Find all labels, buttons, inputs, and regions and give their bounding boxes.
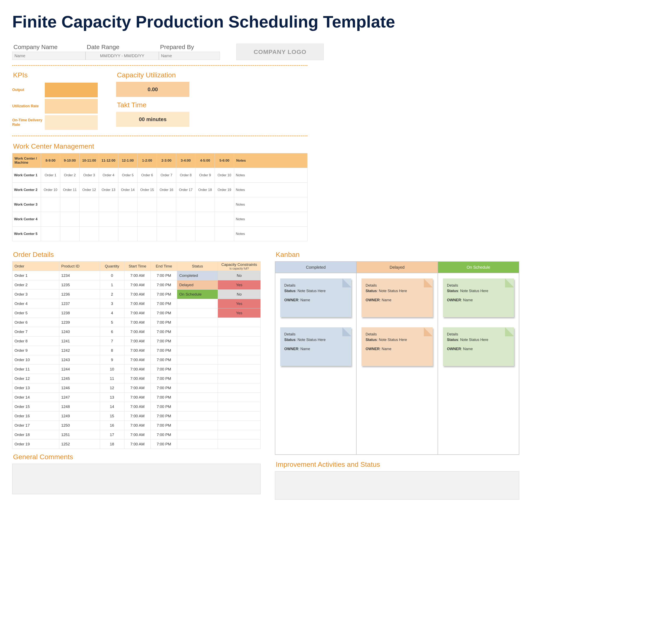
cell-end[interactable]: 7:00 PM — [151, 336, 177, 346]
cell-capacity[interactable] — [218, 402, 261, 411]
cell-order[interactable]: Order 1 — [12, 271, 59, 280]
cell-qty[interactable]: 8 — [100, 346, 124, 355]
cell-product[interactable]: 1246 — [59, 383, 100, 393]
cell-status[interactable] — [177, 308, 218, 318]
cell-capacity[interactable] — [218, 355, 261, 365]
cell-capacity[interactable] — [218, 430, 261, 439]
cell-status[interactable] — [177, 383, 218, 393]
cell-start[interactable]: 7:00 AM — [124, 383, 151, 393]
cell-status[interactable] — [177, 393, 218, 402]
wc-cell[interactable] — [79, 197, 99, 212]
cell-status[interactable] — [177, 421, 218, 430]
kanban-card[interactable]: DetailsStatus: Note Status HereOWNER: Na… — [362, 327, 433, 366]
wc-cell[interactable] — [118, 226, 137, 241]
date-range-input[interactable]: MM/DD/YY - MM/DD/YY — [86, 52, 159, 60]
wc-cell[interactable] — [215, 212, 234, 226]
cell-capacity[interactable] — [218, 439, 261, 449]
cell-end[interactable]: 7:00 PM — [151, 299, 177, 308]
cell-qty[interactable]: 6 — [100, 327, 124, 336]
cell-product[interactable]: 1236 — [59, 290, 100, 299]
cell-start[interactable]: 7:00 AM — [124, 421, 151, 430]
wc-cell[interactable]: Order 17 — [176, 183, 195, 197]
cell-product[interactable]: 1252 — [59, 439, 100, 449]
wc-cell[interactable] — [60, 212, 79, 226]
cell-status[interactable] — [177, 402, 218, 411]
cell-start[interactable]: 7:00 AM — [124, 280, 151, 290]
cell-status[interactable] — [177, 439, 218, 449]
wc-cell[interactable]: Order 5 — [118, 168, 137, 183]
wc-cell[interactable] — [137, 226, 157, 241]
cell-product[interactable]: 1239 — [59, 318, 100, 327]
cell-end[interactable]: 7:00 PM — [151, 346, 177, 355]
wc-cell[interactable] — [79, 226, 99, 241]
cell-product[interactable]: 1244 — [59, 365, 100, 374]
cell-order[interactable]: Order 6 — [12, 318, 59, 327]
cell-end[interactable]: 7:00 PM — [151, 355, 177, 365]
cell-status[interactable]: On Schedule — [177, 290, 218, 299]
cell-qty[interactable]: 9 — [100, 355, 124, 365]
wc-cell[interactable]: Order 7 — [157, 168, 176, 183]
wc-cell[interactable] — [157, 197, 176, 212]
kanban-card[interactable]: DetailsStatus: Note Status HereOWNER: Na… — [443, 327, 514, 366]
cell-status[interactable] — [177, 355, 218, 365]
wc-cell[interactable] — [41, 197, 60, 212]
wc-cell[interactable]: Order 10 — [41, 183, 60, 197]
cell-product[interactable]: 1235 — [59, 280, 100, 290]
cell-end[interactable]: 7:00 PM — [151, 327, 177, 336]
cell-start[interactable]: 7:00 AM — [124, 308, 151, 318]
cell-status[interactable] — [177, 430, 218, 439]
wc-cell[interactable]: Order 12 — [79, 183, 99, 197]
cell-qty[interactable]: 13 — [100, 393, 124, 402]
cell-qty[interactable]: 18 — [100, 439, 124, 449]
cell-status[interactable] — [177, 318, 218, 327]
cell-product[interactable]: 1237 — [59, 299, 100, 308]
cell-product[interactable]: 1251 — [59, 430, 100, 439]
cell-capacity[interactable] — [218, 327, 261, 336]
wc-notes-cell[interactable]: Notes — [234, 212, 307, 226]
cell-qty[interactable]: 2 — [100, 290, 124, 299]
wc-notes-cell[interactable]: Notes — [234, 226, 307, 241]
cell-product[interactable]: 1242 — [59, 346, 100, 355]
wc-cell[interactable]: Order 10 — [215, 168, 234, 183]
wc-cell[interactable]: Order 16 — [157, 183, 176, 197]
cell-end[interactable]: 7:00 PM — [151, 430, 177, 439]
cell-start[interactable]: 7:00 AM — [124, 271, 151, 280]
wc-cell[interactable] — [137, 197, 157, 212]
cell-product[interactable]: 1248 — [59, 402, 100, 411]
cell-start[interactable]: 7:00 AM — [124, 439, 151, 449]
wc-cell[interactable] — [99, 212, 118, 226]
kanban-card[interactable]: DetailsStatus: Note Status HereOWNER: Na… — [443, 279, 514, 317]
cell-capacity[interactable] — [218, 411, 261, 421]
cell-qty[interactable]: 1 — [100, 280, 124, 290]
cell-end[interactable]: 7:00 PM — [151, 411, 177, 421]
wc-notes-cell[interactable]: Notes — [234, 183, 307, 197]
wc-cell[interactable]: Order 15 — [137, 183, 157, 197]
cell-qty[interactable]: 0 — [100, 271, 124, 280]
wc-cell[interactable] — [176, 212, 195, 226]
cell-product[interactable]: 1241 — [59, 336, 100, 346]
cell-qty[interactable]: 3 — [100, 299, 124, 308]
improvement-box[interactable] — [275, 471, 519, 500]
cell-qty[interactable]: 14 — [100, 402, 124, 411]
wc-cell[interactable] — [99, 226, 118, 241]
cell-product[interactable]: 1245 — [59, 374, 100, 383]
wc-cell[interactable] — [215, 197, 234, 212]
wc-cell[interactable]: Order 13 — [99, 183, 118, 197]
cell-order[interactable]: Order 14 — [12, 393, 59, 402]
cell-product[interactable]: 1238 — [59, 308, 100, 318]
cell-end[interactable]: 7:00 PM — [151, 374, 177, 383]
cell-status[interactable] — [177, 346, 218, 355]
general-comments-box[interactable] — [12, 464, 261, 494]
cell-qty[interactable]: 11 — [100, 374, 124, 383]
cell-order[interactable]: Order 10 — [12, 355, 59, 365]
cell-order[interactable]: Order 7 — [12, 327, 59, 336]
cell-start[interactable]: 7:00 AM — [124, 336, 151, 346]
cell-qty[interactable]: 4 — [100, 308, 124, 318]
cell-order[interactable]: Order 4 — [12, 299, 59, 308]
cell-capacity[interactable] — [218, 365, 261, 374]
wc-cell[interactable]: Order 14 — [118, 183, 137, 197]
cell-order[interactable]: Order 9 — [12, 346, 59, 355]
cell-start[interactable]: 7:00 AM — [124, 290, 151, 299]
cell-end[interactable]: 7:00 PM — [151, 421, 177, 430]
cell-qty[interactable]: 5 — [100, 318, 124, 327]
